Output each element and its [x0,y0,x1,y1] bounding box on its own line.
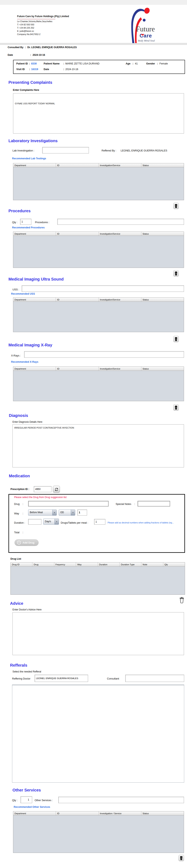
consultant-input[interactable] [125,675,184,682]
other-qty-label: Qty : [12,799,17,802]
col-drug-id: Drug ID [11,562,32,566]
prescription-id-label: Prescription ID : [10,488,29,491]
section-other-services: Other Services [12,788,41,793]
duration-input[interactable] [28,519,41,525]
age-value: 41 [135,62,138,65]
xray-table: Department ID Investigation/Service Stat… [13,367,184,401]
drug-list-delete-button[interactable] [179,596,185,604]
logo-tagline: Body Mind Soul [138,39,155,42]
prescription-page: Future Care by Future Holdings (Pty) Lim… [0,0,187,868]
drug-list-table-header: Drug ID Drug Fequency Way Duration Durat… [11,562,185,566]
col-status: Status [141,163,184,167]
duration-type-select[interactable]: Day/s ▼ [43,519,59,525]
advice-textarea[interactable] [12,612,184,655]
trash-icon [174,271,178,276]
col-qty: Qty [163,562,185,566]
col-department: Department [13,232,56,236]
patient-info-box: Patient ID : 8330 Patient Name : MARIE Z… [13,60,185,74]
col-investigation-service: Investigation/Service [99,163,141,167]
xray-table-body [13,371,184,401]
future-care-logo: Future Care ​ Body Mind Soul [121,6,167,44]
add-drug-button[interactable]: + Add Drug [14,539,39,546]
frequency-select[interactable]: OD ▼ [59,509,75,516]
drug-input[interactable] [28,501,109,506]
diagnosis-textarea[interactable]: IRREGULAR PERIOD POST CONTRACEPTIVE INYE… [12,424,184,467]
consulted-by-colon: : [25,46,26,49]
way-select[interactable]: Before Meal ▼ [28,509,57,516]
patient-id-value: 8330 [31,62,37,65]
procedures-label: Procedures : [35,221,49,224]
patient-info-row-1: Patient ID : 8330 Patient Name : MARIE Z… [13,62,185,66]
header-date-colon: : [30,54,31,56]
age-label: Age [126,62,130,65]
col-investigation-service: Investigation/Service [99,232,141,236]
col-investigation-service: Investigation/Service [99,367,141,371]
col-id: ID [56,811,99,815]
xray-label: X-Rays : [11,354,21,357]
col-investigation-service: Investigation/Service [99,298,141,302]
chevron-down-icon: ▼ [54,519,59,524]
prescription-refresh-button[interactable] [53,486,60,493]
frequency-select-value: OD [59,510,71,515]
fraction-note: Please add as decimal numbers when addin… [108,521,184,524]
svg-text:Future: Future [136,25,155,33]
recommended-procedures-link[interactable]: Recommended Procedures [12,226,45,229]
way-qty-input[interactable] [77,509,87,516]
gender-label: Gender [146,62,155,65]
lab-delete-button[interactable] [173,203,179,209]
company-number: Company No.8417652-2 [17,33,40,35]
recommended-xray-link[interactable]: Recommended X-Rays [11,361,38,363]
special-notes-input[interactable] [138,501,170,506]
total-colon: : [23,531,23,534]
prescription-id-input[interactable] [34,486,51,492]
visit-id-value: 16319 [31,68,38,71]
procedures-table: Department ID Investigation/Service Stat… [13,231,184,268]
xray-input[interactable] [24,351,184,358]
other-services-input[interactable] [58,797,184,803]
lab-investigation-label: Lab Investingation : [12,149,34,152]
procedures-qty-input[interactable] [20,219,31,225]
procedures-qty-label: Qty : [12,221,17,224]
patient-id-label: Patient ID [16,62,28,65]
uss-table-header: Department ID Investigation/Service Stat… [13,298,184,302]
xray-table-header: Department ID Investigation/Service Stat… [13,367,184,371]
complaints-textarea[interactable]: GYNAE USS REPORT TODAY NORMAL [13,93,184,133]
col-way: Way [76,562,98,566]
trash-icon [174,337,178,341]
trash-outline-icon [179,597,184,603]
drug-list-table-body [11,566,185,594]
visit-id-label: Visit ID [16,68,25,71]
uss-input[interactable] [22,285,184,292]
patient-name-colon: : [63,62,64,65]
complaints-label: Enter Complaints Here [13,89,39,91]
section-diagnosis: Diagnosis [9,413,28,418]
other-services-delete-button[interactable] [179,855,184,861]
lab-investigation-input[interactable] [42,147,89,153]
col-status: Status [141,811,184,815]
trash-icon [174,405,178,410]
uss-label: USS : [12,288,19,291]
per-meal-input[interactable] [94,519,105,525]
procedures-delete-button[interactable] [173,270,179,277]
reffering-doctor-input[interactable] [35,675,88,682]
other-qty-input[interactable] [21,796,32,803]
col-department: Department [13,811,56,815]
recommended-other-services-link[interactable]: Recommended Other Services [14,806,50,808]
way-label: Way [14,512,19,515]
recommended-uss-link[interactable]: Recommended USS [11,292,35,295]
consulted-by-label: Consulted By [8,46,23,49]
xray-delete-button[interactable] [173,404,179,411]
other-services-table: Department ID Investigation / Service St… [13,811,184,853]
uss-delete-button[interactable] [173,336,179,342]
duration-type-value: Day/s [43,519,54,524]
col-duration: Duration [98,562,120,566]
diagnosis-label: Enter Diagnosis Details Here [12,421,42,423]
company-phone2: T: +24 84 225 252 [17,27,34,29]
procedures-input[interactable] [57,219,184,225]
section-medical-imaging-xray: Medical Imaging X-Ray [8,343,52,347]
recommended-lab-testings-link[interactable]: Recommended Lab Testings [12,157,46,160]
refferals-list-box[interactable] [12,685,184,783]
col-department: Department [13,367,56,371]
drug-list-table: Drug ID Drug Fequency Way Duration Durat… [10,562,185,595]
col-id: ID [56,232,99,236]
